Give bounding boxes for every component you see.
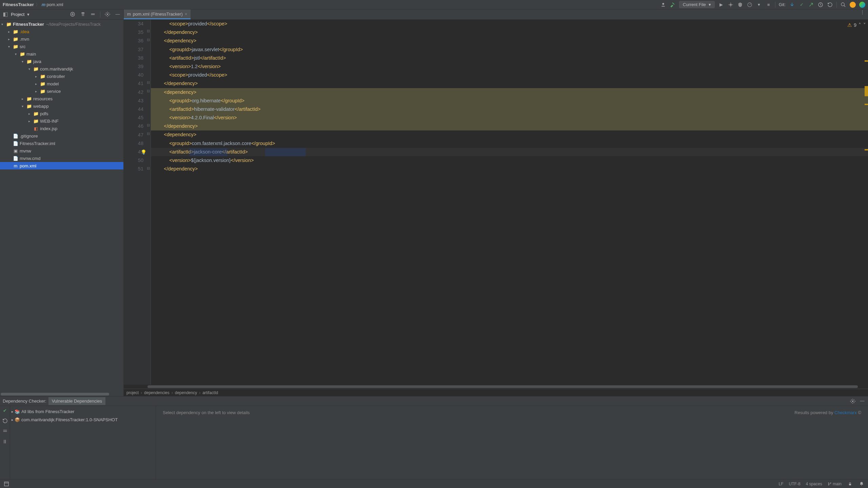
- tree-item-iml[interactable]: 📄 FitnessTracker.iml: [0, 140, 123, 147]
- expand-icon[interactable]: [8, 45, 13, 48]
- tool-windows-icon[interactable]: [3, 481, 9, 487]
- vulnerable-tab[interactable]: Vulnerable Dependencies: [48, 397, 105, 405]
- expand-icon[interactable]: [28, 119, 33, 123]
- expand-icon[interactable]: [22, 104, 26, 108]
- editor-tab-pom[interactable]: m pom.xml (FitnessTracker) ×: [124, 9, 191, 19]
- tree-item-src[interactable]: 📁 src: [0, 43, 123, 50]
- tree-root[interactable]: 📁 FitnessTracker ~/IdeaProjects/FitnessT…: [0, 20, 123, 28]
- run-config-dropdown[interactable]: Current File ▾: [679, 1, 715, 8]
- run-icon[interactable]: ▶: [718, 2, 724, 7]
- expand-icon[interactable]: ▸: [12, 410, 13, 413]
- tree-item-webapp[interactable]: 📁 webapp: [0, 102, 123, 110]
- tree-scrollbar[interactable]: [0, 392, 123, 396]
- expand-icon[interactable]: [28, 112, 33, 116]
- debug-icon[interactable]: [728, 2, 734, 7]
- project-sidebar: 📁 FitnessTracker ~/IdeaProjects/FitnessT…: [0, 20, 124, 396]
- expand-icon[interactable]: ▸: [12, 418, 13, 422]
- chevron-down-icon[interactable]: ˅: [863, 22, 866, 28]
- expand-icon[interactable]: [35, 89, 40, 93]
- tree-item-indexjsp[interactable]: ◧ index.jsp: [0, 125, 123, 132]
- project-view-icon[interactable]: [3, 12, 8, 17]
- collapse-all-icon[interactable]: [90, 12, 96, 18]
- rollback-icon[interactable]: [827, 2, 833, 7]
- notifications-icon[interactable]: [859, 481, 865, 487]
- breadcrumb-dependencies[interactable]: dependencies: [144, 390, 170, 395]
- tree-item-webinf[interactable]: 📁 WEB-INF: [0, 117, 123, 125]
- expand-icon[interactable]: [22, 60, 26, 63]
- git-pull-icon[interactable]: [789, 2, 795, 7]
- build-icon[interactable]: [670, 2, 676, 7]
- tree-item-package[interactable]: 📁 com.maritvandijk: [0, 65, 123, 73]
- tree-item-gitignore[interactable]: 📄 .gitignore: [0, 132, 123, 140]
- dep-tree-item[interactable]: ▸ 📚 All libs from FitnessTracker: [12, 407, 154, 415]
- gutter[interactable]: 343536373839404142434445464748495051: [124, 20, 147, 385]
- project-tree[interactable]: 📁 FitnessTracker ~/IdeaProjects/FitnessT…: [0, 20, 123, 392]
- error-stripe[interactable]: [863, 20, 868, 385]
- tree-item-pom[interactable]: m pom.xml: [0, 162, 123, 169]
- close-tab-icon[interactable]: ×: [185, 12, 188, 17]
- expand-icon[interactable]: [2, 428, 8, 434]
- expand-all-icon[interactable]: [80, 12, 86, 18]
- ide-services-icon[interactable]: [859, 2, 865, 8]
- hide-tool-icon[interactable]: —: [859, 398, 865, 404]
- inspection-widget[interactable]: ⚠ 9 ˄ ˅: [845, 22, 868, 28]
- breadcrumb-project[interactable]: project: [126, 390, 139, 395]
- history-icon[interactable]: [817, 2, 824, 7]
- intention-bulb-icon[interactable]: 💡: [141, 149, 146, 155]
- project-tool-title[interactable]: Project: [11, 12, 24, 17]
- more-run-icon[interactable]: ▾: [756, 2, 762, 7]
- expand-icon[interactable]: [22, 97, 26, 101]
- tree-item-resources[interactable]: 📁 resources: [0, 95, 123, 102]
- git-commit-icon[interactable]: ✓: [798, 2, 805, 7]
- git-push-icon[interactable]: [808, 2, 814, 7]
- lock-icon[interactable]: [847, 481, 853, 487]
- breadcrumb-dependency[interactable]: dependency: [175, 390, 197, 395]
- tabs-more-icon[interactable]: ⋮: [860, 9, 865, 19]
- expand-icon[interactable]: [8, 37, 13, 41]
- tree-item-java[interactable]: 📁 java: [0, 58, 123, 65]
- tree-item-service[interactable]: 📁 service: [0, 87, 123, 95]
- dep-tree-item[interactable]: ▸ 📦 com.maritvandijk:FitnessTracker:1.0-…: [12, 415, 154, 424]
- expand-icon[interactable]: [8, 30, 13, 34]
- search-everywhere-icon[interactable]: [840, 2, 846, 7]
- chevron-down-icon[interactable]: ▾: [27, 12, 29, 17]
- gutter-fold[interactable]: ⊟ ⊟ ⊟ ⊟ ⊟ ⊟ ⊟: [147, 20, 151, 385]
- ok-status-icon[interactable]: ✔: [3, 408, 7, 413]
- folder-icon: 📁: [20, 52, 25, 57]
- expand-icon[interactable]: [28, 67, 33, 71]
- refresh-icon[interactable]: [2, 418, 8, 424]
- profile-icon[interactable]: [747, 2, 753, 7]
- encoding[interactable]: UTF-8: [789, 482, 801, 486]
- code-area[interactable]: <scope>provided</scope> </dependency> <d…: [151, 20, 868, 385]
- settings-icon[interactable]: [104, 12, 111, 18]
- chevron-up-icon[interactable]: ˄: [859, 22, 861, 28]
- tree-item-mvnw[interactable]: ▣ mvnw: [0, 147, 123, 155]
- tree-item-idea[interactable]: 📁 .idea: [0, 28, 123, 35]
- breadcrumb-artifactid[interactable]: artifactId: [202, 390, 218, 395]
- coverage-icon[interactable]: [737, 2, 743, 7]
- editor-content[interactable]: 343536373839404142434445464748495051 ⊟ ⊟…: [124, 20, 868, 385]
- hide-icon[interactable]: —: [115, 12, 121, 18]
- tree-item-pdfs[interactable]: 📁 pdfs: [0, 110, 123, 117]
- indent[interactable]: 4 spaces: [806, 482, 822, 486]
- tree-item-main[interactable]: 📁 main: [0, 50, 123, 58]
- add-user-icon[interactable]: [660, 2, 666, 7]
- avatar-icon[interactable]: [850, 2, 856, 8]
- dependency-tree[interactable]: ▸ 📚 All libs from FitnessTracker ▸ 📦 com…: [10, 406, 156, 479]
- checkmarx-link[interactable]: Checkmarx: [834, 410, 857, 415]
- expand-icon[interactable]: [1, 22, 6, 26]
- expand-icon[interactable]: [15, 52, 20, 56]
- select-opened-icon[interactable]: [70, 12, 76, 18]
- tree-item-controller[interactable]: 📁 controller: [0, 73, 123, 80]
- tree-item-mvn[interactable]: 📁 .mvn: [0, 35, 123, 43]
- editor-scrollbar[interactable]: [124, 385, 868, 389]
- tool-settings-icon[interactable]: [850, 398, 856, 404]
- expand-icon[interactable]: [35, 75, 40, 78]
- tree-item-model[interactable]: 📁 model: [0, 80, 123, 87]
- expand-icon[interactable]: [35, 82, 40, 86]
- line-sep[interactable]: LF: [779, 482, 784, 486]
- tree-item-mvnwcmd[interactable]: 📄 mvnw.cmd: [0, 155, 123, 162]
- git-branch[interactable]: main: [828, 482, 842, 486]
- collapse-icon[interactable]: [2, 439, 8, 444]
- stop-icon[interactable]: ■: [766, 2, 772, 7]
